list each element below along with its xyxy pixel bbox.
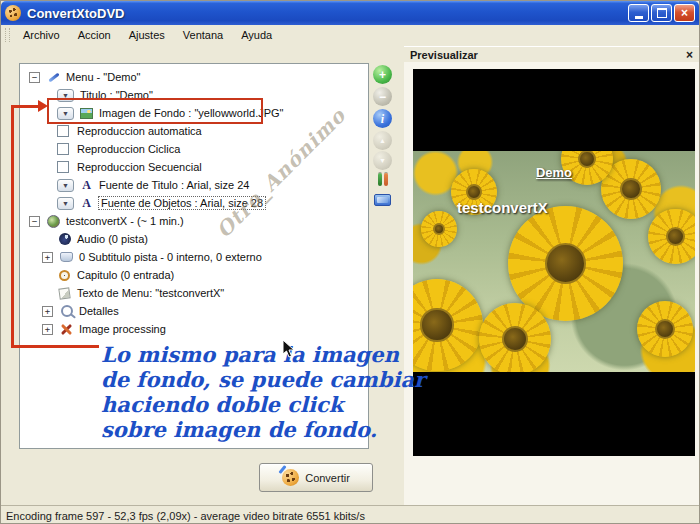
video-icon: [46, 214, 61, 228]
tree-item-label: Audio (0 pista): [77, 233, 148, 245]
tree-item-subtitulo[interactable]: + 0 Subtitulo pista - 0 interno, 0 exter…: [42, 248, 368, 266]
tree-item-label: Reproduccion Secuencial: [77, 161, 202, 173]
note-line: haciendo doble click: [101, 392, 425, 417]
expand-icon[interactable]: +: [42, 324, 53, 335]
sunflower: [637, 301, 693, 357]
tree-item-detalles[interactable]: + Detalles: [42, 302, 368, 320]
tree-item-reproduccion-ciclica[interactable]: Reproduccion Ciclica: [57, 140, 368, 158]
restore-button[interactable]: [651, 4, 672, 22]
audio-icon: [57, 232, 72, 246]
mouse-cursor-icon: [282, 339, 295, 362]
note-line: Lo mismo para la imagen: [101, 342, 425, 367]
tree-item-label: Image processing: [79, 323, 166, 335]
chapter-icon: [57, 268, 72, 282]
annotation-arrow-line: [11, 105, 39, 108]
tree-item-menu-demo[interactable]: − Menu - "Demo": [29, 68, 368, 86]
info-button[interactable]: i: [373, 109, 392, 128]
annotation-note: Lo mismo para la imagen de fondo, se pue…: [101, 342, 425, 442]
app-icon: [5, 5, 21, 21]
collapse-icon[interactable]: −: [29, 72, 40, 83]
tree-item-label: testconvertX - (~ 1 min.): [66, 215, 184, 227]
font-icon: A: [79, 196, 94, 210]
tree-item-label: Fuente de Titulo : Arial, size 24: [99, 179, 249, 191]
tree-item-label: 0 Subtitulo pista - 0 interno, 0 externo: [79, 251, 262, 263]
app-window: ConvertXtoDVD × Archivo Accion Ajustes V…: [0, 0, 700, 524]
tree-item-audio[interactable]: Audio (0 pista): [57, 230, 368, 248]
status-text: Encoding frame 597 - 52,3 fps (2,09x) - …: [6, 510, 365, 522]
dvd-menu-item[interactable]: testconvertX: [457, 199, 548, 216]
dropdown-icon[interactable]: ▼: [57, 179, 74, 192]
tree-item-testconvertx[interactable]: − testconvertX - (~ 1 min.): [29, 212, 368, 230]
expand-icon[interactable]: +: [42, 252, 53, 263]
preview-close-icon[interactable]: ×: [686, 48, 693, 62]
annotation-vertical-line: [11, 105, 14, 348]
minimize-icon: [635, 16, 643, 19]
pen-icon: [46, 70, 61, 84]
dvd-menu-title: Demo: [413, 165, 695, 180]
menu-archivo[interactable]: Archivo: [14, 27, 69, 43]
menu-ayuda[interactable]: Ayuda: [232, 27, 281, 43]
note-line: de fondo, se puede cambiar: [101, 367, 425, 392]
preview-header: Previsualizar ×: [404, 46, 699, 62]
expand-icon[interactable]: +: [42, 306, 53, 317]
close-button[interactable]: ×: [674, 4, 695, 22]
tree-item-image-processing[interactable]: + Image processing: [42, 320, 368, 338]
tree-item-fuente-objetos[interactable]: ▼ A Fuente de Objetos : Arial, size 28: [57, 194, 368, 212]
tree-item-reproduccion-automatica[interactable]: Reproduccion automatica: [57, 122, 368, 140]
sunflower: [479, 303, 551, 372]
tree-item-capitulo[interactable]: Capitulo (0 entrada): [57, 266, 368, 284]
font-icon: A: [79, 178, 94, 192]
status-bar: Encoding frame 597 - 52,3 fps (2,09x) - …: [1, 505, 699, 524]
menu-text-icon: [57, 286, 72, 300]
magnifier-icon: [59, 304, 74, 318]
menu-accion[interactable]: Accion: [69, 27, 120, 43]
checkbox[interactable]: [57, 125, 69, 137]
preview-panel: Demo testconvertX: [404, 62, 699, 506]
dropdown-icon[interactable]: ▼: [57, 197, 74, 210]
minimize-button[interactable]: [628, 4, 649, 22]
sunflower-field-image: [413, 151, 695, 372]
menu-bar: Archivo Accion Ajustes Ventana Ayuda: [1, 25, 699, 45]
collapse-icon[interactable]: −: [29, 216, 40, 227]
title-bar: ConvertXtoDVD ×: [1, 1, 699, 25]
restore-icon: [657, 8, 667, 18]
sunflower: [648, 209, 695, 264]
tree-item-label: Texto de Menu: "testconvertX": [77, 287, 224, 299]
checkbox[interactable]: [57, 143, 69, 155]
annotation-arrowhead: [38, 100, 48, 112]
menu-ventana[interactable]: Ventana: [174, 27, 232, 43]
tree-item-label: Menu - "Demo": [66, 71, 140, 83]
tree-item-texto-de-menu[interactable]: Texto de Menu: "testconvertX": [57, 284, 368, 302]
move-up-button[interactable]: ▲: [373, 131, 392, 150]
remove-button[interactable]: −: [373, 87, 392, 106]
video-preview: Demo testconvertX: [413, 69, 695, 456]
add-button[interactable]: +: [373, 65, 392, 84]
tree-item-fuente-titulo[interactable]: ▼ A Fuente de Titulo : Arial, size 24: [57, 176, 368, 194]
tree-item-label: Fuente de Objetos : Arial, size 28: [99, 197, 265, 209]
checkbox[interactable]: [57, 161, 69, 173]
convert-button-label: Convertir: [305, 472, 350, 484]
subtitle-icon: [59, 250, 74, 264]
convert-button[interactable]: Convertir: [259, 463, 373, 492]
menu-ajustes[interactable]: Ajustes: [120, 27, 174, 43]
tree-item-label: Reproduccion Ciclica: [77, 143, 180, 155]
move-down-button[interactable]: ▼: [373, 151, 392, 170]
annotation-horizontal-line: [11, 345, 99, 348]
convert-icon: [282, 469, 299, 486]
note-line: sobre imagen de fondo.: [101, 417, 425, 442]
tree-item-label: Reproduccion automatica: [77, 125, 202, 137]
tree-item-label: Capitulo (0 entrada): [77, 269, 174, 281]
preview-title: Previsualizar: [410, 49, 478, 61]
annotation-highlight-rect: [47, 98, 263, 124]
color-bars-button[interactable]: [375, 172, 391, 187]
monitor-button[interactable]: [374, 194, 391, 206]
toolbar-grip: [5, 28, 10, 42]
window-title: ConvertXtoDVD: [27, 6, 125, 21]
tree-item-reproduccion-secuencial[interactable]: Reproduccion Secuencial: [57, 158, 368, 176]
tools-icon: [59, 322, 74, 336]
sunflower: [421, 211, 457, 247]
tree-item-label: Detalles: [79, 305, 119, 317]
